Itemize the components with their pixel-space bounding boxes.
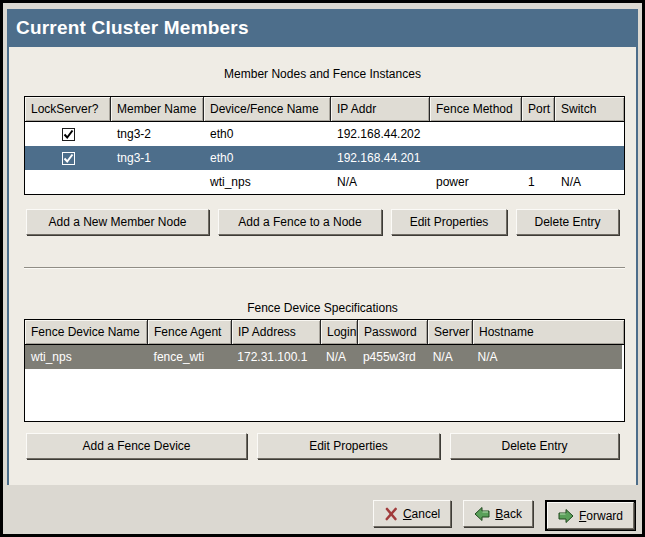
column-header-password[interactable]: Password [358,320,428,344]
port-cell: 1 [522,175,555,189]
member-name-cell: tng3-1 [111,151,204,165]
cancel-button[interactable]: Cancel [373,500,451,527]
lockserver-checkbox[interactable] [62,152,75,165]
edit-fence-properties-button[interactable]: Edit Properties [257,433,440,459]
fence-table-header: Fence Device Name Fence Agent IP Address… [25,320,624,345]
back-label: Back [495,507,522,521]
member-table: LockServer? Member Name Device/Fence Nam… [24,96,625,195]
ip-addr-cell: N/A [331,175,430,189]
column-header-device-fence-name[interactable]: Device/Fence Name [204,97,331,121]
default-button-ring: Forward [545,500,636,531]
section-separator [24,267,625,269]
ip-addr-cell: 192.168.44.201 [331,151,430,165]
member-table-row-selected[interactable]: tng3-1 eth0 192.168.44.201 [25,146,624,170]
back-button[interactable]: Back [463,500,533,527]
column-header-ip-address[interactable]: IP Address [232,320,321,344]
fence-actions: Add a Fence Device Edit Properties Delet… [26,433,619,459]
page-title-bar: Current Cluster Members [7,9,638,47]
ip-addr-cell: 192.168.44.202 [331,127,430,141]
fence-method-cell: power [430,175,522,189]
column-header-hostname[interactable]: Hostname [473,320,624,344]
forward-arrow-icon [558,508,574,524]
password-cell: p455w3rd [357,350,427,364]
checkmark-icon [63,129,74,140]
back-arrow-icon [474,506,490,522]
member-table-header: LockServer? Member Name Device/Fence Nam… [25,97,624,122]
login-cell: N/A [320,350,357,364]
column-header-lockserver[interactable]: LockServer? [25,97,111,121]
delete-fence-entry-button[interactable]: Delete Entry [450,433,619,459]
column-header-server[interactable]: Server [428,320,473,344]
wizard-window: Current Cluster Members Member Nodes and… [0,0,645,537]
column-header-ip-addr[interactable]: IP Addr [331,97,430,121]
lockserver-checkbox[interactable] [62,128,75,141]
column-header-fence-device-name[interactable]: Fence Device Name [25,320,148,344]
column-header-login[interactable]: Login [321,320,358,344]
switch-cell: N/A [555,175,624,189]
add-fence-device-button[interactable]: Add a Fence Device [26,433,247,459]
member-name-cell: tng3-2 [111,127,204,141]
add-member-node-button[interactable]: Add a New Member Node [26,209,209,235]
fence-device-name-cell: wti_nps [25,350,148,364]
device-fence-name-cell: wti_nps [204,175,331,189]
wizard-action-bar: Cancel Back Forward [3,485,642,534]
fence-device-table: Fence Device Name Fence Agent IP Address… [24,319,625,422]
hostname-cell: N/A [472,350,622,364]
delete-member-entry-button[interactable]: Delete Entry [516,209,619,235]
member-table-row[interactable]: wti_nps N/A power 1 N/A [25,170,624,194]
column-header-switch[interactable]: Switch [555,97,624,121]
column-header-fence-agent[interactable]: Fence Agent [148,320,232,344]
cancel-x-icon [384,507,398,521]
content-panel: Member Nodes and Fence Instances LockSer… [7,47,638,488]
device-fence-name-cell: eth0 [204,127,331,141]
member-table-caption: Member Nodes and Fence Instances [9,67,636,81]
add-fence-to-node-button[interactable]: Add a Fence to a Node [218,209,382,235]
checkmark-icon [63,153,74,164]
forward-button[interactable]: Forward [547,502,634,529]
member-table-row[interactable]: tng3-2 eth0 192.168.44.202 [25,122,624,146]
cancel-label: Cancel [403,507,440,521]
forward-label: Forward [579,509,623,523]
edit-member-properties-button[interactable]: Edit Properties [391,209,507,235]
ip-address-cell: 172.31.100.1 [231,350,320,364]
column-header-fence-method[interactable]: Fence Method [430,97,522,121]
device-fence-name-cell: eth0 [204,151,331,165]
fence-table-caption: Fence Device Specifications [9,301,636,315]
member-actions: Add a New Member Node Add a Fence to a N… [26,209,619,235]
fence-agent-cell: fence_wti [148,350,232,364]
column-header-member-name[interactable]: Member Name [111,97,204,121]
lockserver-cell [25,152,111,165]
column-header-port[interactable]: Port [522,97,555,121]
page-title: Current Cluster Members [16,17,249,39]
server-cell: N/A [427,350,472,364]
fence-table-row-selected[interactable]: wti_nps fence_wti 172.31.100.1 N/A p455w… [25,345,622,369]
lockserver-cell [25,128,111,141]
